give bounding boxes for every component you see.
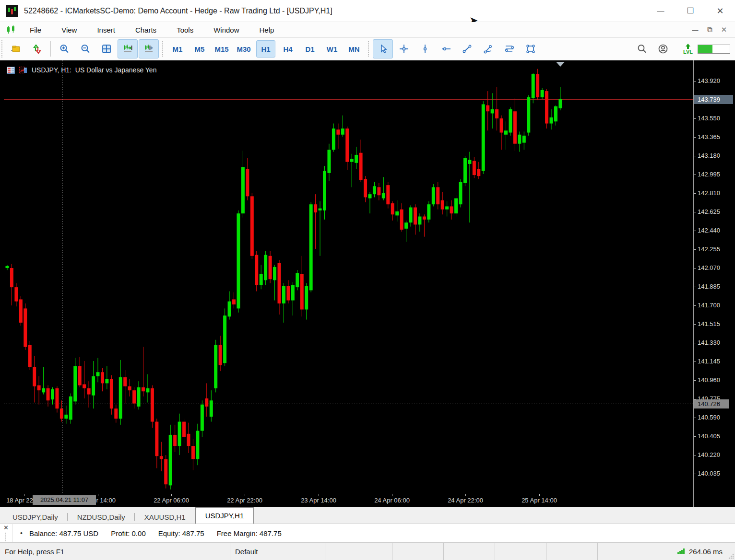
zoom-in-button[interactable] xyxy=(54,39,74,58)
chart-tab-xauusd-h1[interactable]: XAUUSD,H1 xyxy=(135,510,195,524)
menu-view[interactable]: View xyxy=(61,24,77,36)
price-tick-label: 143.550 xyxy=(698,114,720,123)
mt5-window: 52248662 - ICMarketsSC-Demo: Demo Accoun… xyxy=(0,0,735,560)
quotes-panel-icon[interactable] xyxy=(7,67,15,74)
menu-file[interactable]: File xyxy=(30,24,41,36)
status-bar: For Help, press F1 Default 264.06 ms xyxy=(0,542,735,560)
time-tick xyxy=(392,494,392,496)
lvl-indicator[interactable]: LVL xyxy=(683,44,693,54)
menu-bar: FileViewInsertChartsToolsWindowHelp — ⧉ … xyxy=(0,22,735,38)
chart-tab-nzdusd-daily[interactable]: NZDUSD,Daily xyxy=(68,510,135,524)
timeframe-w1[interactable]: W1 xyxy=(322,40,342,58)
fibonacci-button[interactable] xyxy=(499,39,520,58)
cursor-button[interactable] xyxy=(373,39,393,58)
account-icon xyxy=(658,44,668,54)
account-button[interactable] xyxy=(653,39,673,58)
auto-scroll-icon xyxy=(122,44,133,54)
chart-restore-icon[interactable]: ⧉ xyxy=(702,25,717,34)
vertical-line-icon xyxy=(420,44,430,54)
toolbar-grip[interactable] xyxy=(1,40,5,58)
close-icon[interactable]: ✕ xyxy=(705,0,735,22)
toolbox-close-icon[interactable]: ✕ xyxy=(3,524,9,532)
price-tick xyxy=(694,287,696,287)
timeframe-m5[interactable]: M5 xyxy=(190,40,209,58)
tile-windows-button[interactable] xyxy=(96,39,117,58)
price-tick-label: 141.145 xyxy=(698,357,720,366)
price-tick xyxy=(694,249,696,250)
fibonacci-icon xyxy=(504,44,515,54)
timeframe-m30[interactable]: M30 xyxy=(234,40,253,58)
price-tick xyxy=(694,343,696,343)
chart-area[interactable]: USDJPY, H1: US Dollar vs Japanese Yen 14… xyxy=(0,60,735,507)
minimize-icon[interactable]: — xyxy=(646,0,676,22)
timeframe-h1[interactable]: H1 xyxy=(256,40,275,58)
search-button[interactable] xyxy=(632,39,652,58)
menu-help[interactable]: Help xyxy=(260,24,274,36)
main-toolbar: M1M5M15M30H1H4D1W1MN LVL xyxy=(0,38,735,60)
chart-tab-bar: USDJPY,DailyNZDUSD,DailyXAUUSD,H1USDJPY,… xyxy=(0,507,735,524)
price-tick xyxy=(694,436,696,437)
toolbox-grip[interactable] xyxy=(5,533,7,541)
candlestick-plot[interactable] xyxy=(4,60,693,494)
shapes-button[interactable] xyxy=(521,39,541,58)
menu-window[interactable]: Window xyxy=(213,24,239,36)
trendline-icon xyxy=(462,44,473,54)
chart-tab-usdjpy-h1[interactable]: USDJPY,H1 xyxy=(195,507,254,524)
price-tick-label: 141.700 xyxy=(698,301,720,310)
price-tick-label: 140.220 xyxy=(698,451,720,459)
price-tick-label: 140.405 xyxy=(698,432,720,441)
crosshair-button[interactable] xyxy=(394,39,414,58)
zoom-in-icon xyxy=(59,44,70,54)
timeframe-m1[interactable]: M1 xyxy=(168,40,187,58)
resize-grip[interactable] xyxy=(728,553,734,559)
crosshair-icon xyxy=(399,44,409,54)
account-field: Free Margin: 487.75 xyxy=(217,529,282,537)
open-file-button[interactable] xyxy=(6,39,26,58)
connection-latency[interactable]: 264.06 ms xyxy=(598,543,735,560)
auto-scroll-button[interactable] xyxy=(118,39,138,58)
menu-tools[interactable]: Tools xyxy=(177,24,193,36)
one-click-trading-icon[interactable] xyxy=(19,67,27,74)
chart-tab-usdjpy-daily[interactable]: USDJPY,Daily xyxy=(3,510,68,524)
menu-insert[interactable]: Insert xyxy=(97,24,115,36)
price-tick-label: 140.960 xyxy=(698,376,720,385)
menu-charts[interactable]: Charts xyxy=(135,24,156,36)
window-title: 52248662 - ICMarketsSC-Demo: Demo Accoun… xyxy=(24,7,332,15)
time-axis[interactable]: 18 Apr 22:0021 Apr 14:0022 Apr 06:0022 A… xyxy=(0,494,693,507)
chart-shift-button[interactable] xyxy=(139,39,159,58)
price-tick-label: 143.920 xyxy=(698,77,720,85)
maximize-icon[interactable]: ☐ xyxy=(676,0,705,22)
price-tick-label: 143.365 xyxy=(698,133,720,141)
horizontal-line-button[interactable] xyxy=(436,39,456,58)
symbols-arrows-button[interactable] xyxy=(27,39,47,58)
timeframe-h4[interactable]: H4 xyxy=(278,40,297,58)
field-label: Equity: xyxy=(158,529,182,537)
timeframe-mn[interactable]: MN xyxy=(344,40,364,58)
vertical-line-button[interactable] xyxy=(415,39,435,58)
price-tick xyxy=(694,193,696,194)
chart-symbol-label: USDJPY, H1: US Dollar vs Japanese Yen xyxy=(7,66,156,74)
time-tick-label: 22 Apr 22:00 xyxy=(227,497,262,504)
chart-close-icon[interactable]: ✕ xyxy=(717,25,731,34)
price-tick-label: 142.995 xyxy=(698,170,720,179)
account-field: Balance: 487.75 USD xyxy=(29,529,98,537)
price-tick xyxy=(694,137,696,138)
timeframe-d1[interactable]: D1 xyxy=(300,40,320,58)
timeframe-m15[interactable]: M15 xyxy=(212,40,231,58)
latency-value: 264.06 ms xyxy=(689,548,723,556)
price-axis[interactable]: 143.920143.550143.365143.180142.995142.8… xyxy=(693,60,735,507)
price-tick-label: 140.035 xyxy=(698,469,720,478)
trendline-button[interactable] xyxy=(457,39,477,58)
price-tick xyxy=(694,81,696,82)
account-field: Equity: 487.75 xyxy=(158,529,204,537)
status-cell xyxy=(495,543,546,560)
chart-minimize-icon[interactable]: — xyxy=(688,26,702,34)
status-cell xyxy=(325,543,392,560)
field-label: Balance: xyxy=(29,529,59,537)
status-profile[interactable]: Default xyxy=(230,543,325,560)
search-icon xyxy=(637,44,647,54)
price-tick-label: 142.810 xyxy=(698,189,720,198)
zoom-out-button[interactable] xyxy=(75,39,95,58)
crosshair-price-label: 140.726 xyxy=(694,399,729,408)
equidistant-channel-button[interactable] xyxy=(478,39,498,58)
